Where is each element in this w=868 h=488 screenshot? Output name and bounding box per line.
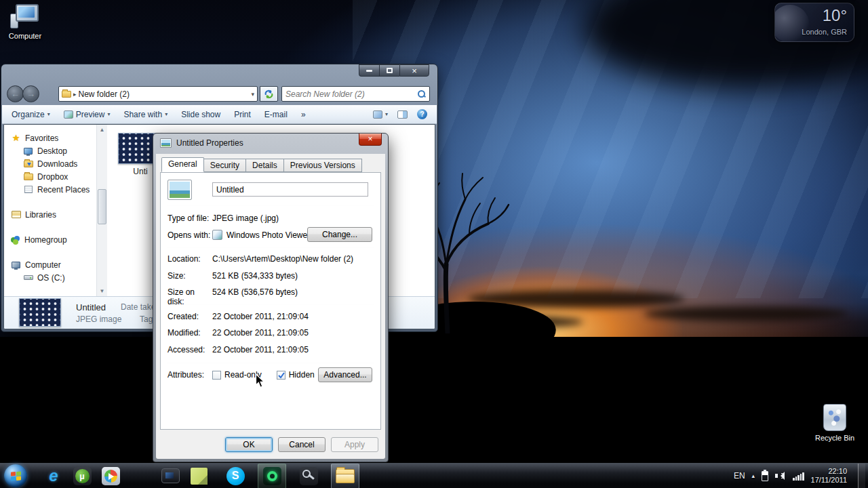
field-value: 22 October 2011, 21:09:05 [212, 345, 309, 354]
dropbox-folder-icon [23, 174, 33, 180]
show-desktop-button[interactable] [858, 464, 865, 488]
preview-menu[interactable]: Preview▾ [64, 110, 111, 119]
minimize-button[interactable] [359, 64, 379, 77]
taskbar-media-app[interactable] [156, 464, 184, 488]
recycle-bin-label: Recycle Bin [811, 434, 859, 442]
slide-show-button[interactable]: Slide show [181, 110, 220, 119]
taskbar-utility-app[interactable] [294, 464, 323, 488]
taskbar-windows-explorer[interactable] [331, 464, 359, 488]
weather-gadget[interactable]: 10° London, GBR [774, 3, 854, 42]
taskbar-notes-app[interactable] [184, 464, 213, 488]
dialog-titlebar: Untitled Properties [160, 138, 243, 148]
field-label: Modified: [167, 328, 212, 338]
system-tray: EN ▴ 22:10 17/11/2011 [734, 464, 868, 488]
sidebar-item-dropbox[interactable]: Dropbox [4, 170, 96, 183]
field-value: 524 KB (536,576 bytes) [212, 287, 298, 306]
refresh-icon [264, 89, 274, 98]
properties-dialog: Untitled Properties × General Security D… [153, 133, 389, 462]
search-input[interactable] [285, 89, 417, 99]
help-button[interactable]: ? [417, 109, 427, 119]
sidebar-item-favorites[interactable]: ★Favorites [4, 131, 96, 144]
taskbar-clock[interactable]: 22:10 17/11/2011 [811, 467, 851, 485]
forward-button[interactable]: → [22, 85, 39, 102]
start-button[interactable] [4, 464, 27, 487]
refresh-button[interactable] [260, 86, 278, 102]
organize-menu[interactable]: Organize▾ [12, 110, 50, 119]
print-button[interactable]: Print [234, 110, 251, 119]
hidden-option[interactable]: Hidden [277, 370, 315, 380]
maximize-button[interactable] [379, 64, 399, 77]
sidebar-item-os-c[interactable]: OS (C:) [4, 271, 96, 284]
change-button[interactable]: Change... [307, 227, 372, 242]
read-only-option[interactable]: Read-only [212, 370, 262, 380]
field-value: JPEG image (.jpg) [212, 214, 279, 223]
sidebar-item-homegroup[interactable]: Homegroup [4, 233, 96, 246]
email-button[interactable]: E-mail [264, 110, 288, 119]
advanced-button[interactable]: Advanced... [318, 367, 372, 382]
sidebar-item-computer[interactable]: Computer [4, 258, 96, 271]
back-button[interactable]: ← [7, 85, 24, 102]
date-taken-label: Date take [121, 302, 155, 312]
dialog-close-button[interactable]: × [359, 134, 382, 146]
windows-photo-viewer-icon [212, 230, 222, 240]
clock-time: 22:10 [811, 467, 847, 476]
network-icon[interactable] [793, 472, 804, 481]
computer-icon [11, 262, 21, 268]
taskbar-internet-explorer[interactable]: e [39, 464, 68, 488]
size-row: Size: 521 KB (534,333 bytes) [161, 271, 380, 281]
tab-general[interactable]: General [161, 157, 204, 172]
tab-security[interactable]: Security [204, 159, 246, 172]
show-hidden-icons-button[interactable]: ▴ [752, 472, 755, 479]
share-with-menu[interactable]: Share with▾ [123, 110, 167, 119]
dialog-footer: OK Cancel Apply [225, 437, 378, 452]
apply-button[interactable]: Apply [331, 437, 378, 452]
taskbar-media-player[interactable] [96, 464, 125, 488]
recycle-bin-desktop-icon[interactable]: Recycle Bin [811, 404, 859, 442]
field-label: Type of file: [167, 214, 212, 223]
volume-icon[interactable] [775, 471, 786, 481]
scroll-down-icon[interactable]: ▼ [97, 286, 107, 296]
filename-input[interactable] [212, 182, 368, 197]
scrollbar-thumb[interactable] [98, 189, 106, 224]
breadcrumb-path[interactable]: New folder (2) [79, 89, 130, 99]
views-icon [373, 110, 382, 119]
tab-details[interactable]: Details [246, 159, 284, 172]
sidebar-item-downloads[interactable]: Downloads [4, 157, 96, 170]
dropdown-icon: ▾ [385, 111, 388, 117]
field-label: Accessed: [167, 345, 212, 354]
sidebar-item-recent-places[interactable]: Recent Places [4, 183, 96, 196]
address-bar[interactable]: ▸ New folder (2) ▾ [58, 86, 258, 102]
selected-file-name: Untitled [76, 302, 106, 312]
sunset-cloud [644, 306, 848, 321]
cancel-button[interactable]: Cancel [278, 437, 326, 452]
explorer-folder-icon [336, 469, 355, 483]
help-icon: ? [420, 110, 424, 118]
tab-previous-versions[interactable]: Previous Versions [284, 159, 362, 172]
change-view-button[interactable]: ▾ [373, 110, 388, 119]
computer-desktop-icon[interactable]: Computer [1, 4, 49, 40]
hidden-checkbox[interactable] [277, 371, 285, 380]
drive-icon [23, 275, 33, 280]
minimize-icon [366, 70, 372, 72]
ok-button[interactable]: OK [225, 437, 273, 452]
internet-explorer-icon: e [49, 466, 58, 485]
sidebar-item-libraries[interactable]: Libraries [4, 208, 96, 221]
sidebar-scrollbar[interactable]: ▲ ▼ [96, 125, 107, 296]
address-dropdown-icon[interactable]: ▾ [251, 91, 254, 98]
close-button[interactable]: × [399, 64, 429, 77]
field-value: 22 October 2011, 21:09:04 [212, 312, 309, 321]
battery-icon[interactable] [762, 471, 768, 481]
selected-file-thumbnail [19, 298, 61, 327]
selected-file-type: JPEG image [76, 314, 121, 324]
taskbar-recorder-app[interactable] [258, 464, 286, 488]
scroll-up-icon[interactable]: ▲ [97, 125, 107, 135]
back-icon: ← [11, 89, 20, 99]
attributes-row: Attributes: Read-only Hidden Advanced... [161, 370, 380, 380]
toolbar-overflow-button[interactable]: » [301, 110, 306, 119]
taskbar-skype[interactable]: S [221, 464, 250, 488]
read-only-checkbox[interactable] [212, 371, 221, 380]
taskbar-utorrent[interactable]: µ [68, 464, 96, 488]
preview-pane-button[interactable] [397, 110, 408, 119]
sidebar-item-desktop[interactable]: Desktop [4, 144, 96, 157]
language-indicator[interactable]: EN [734, 471, 745, 481]
